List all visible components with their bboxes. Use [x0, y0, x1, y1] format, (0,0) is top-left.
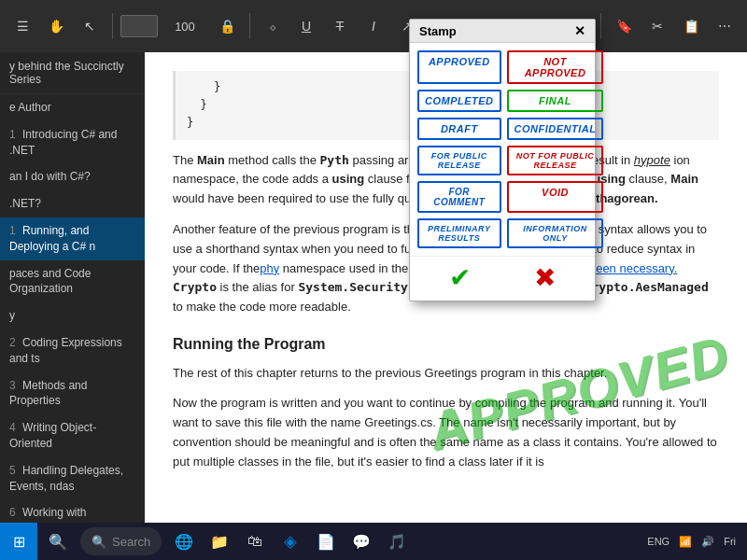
bookmark-icon[interactable]: 🔖	[609, 11, 639, 41]
taskbar-app2-icon[interactable]: 💬	[345, 525, 378, 558]
paragraph-3: The rest of this chapter returns to the …	[173, 364, 719, 384]
divider2	[249, 13, 250, 39]
page-number-input[interactable]: 14	[120, 15, 158, 37]
section-heading: Running the Program	[173, 332, 719, 357]
divider3	[600, 13, 601, 39]
sidebar-item-6[interactable]: y	[0, 302, 145, 329]
sidebar: y behind the Succinctly Series e Author …	[0, 52, 145, 523]
sidebar-intro: y behind the Succinctly Series	[0, 52, 145, 94]
underline-icon[interactable]: U	[291, 11, 321, 41]
stamp-cancel-button[interactable]: ✖	[534, 262, 556, 293]
text-insert-icon[interactable]: I	[359, 11, 388, 41]
stamp-for-comment-button[interactable]: FOR COMMENT	[417, 181, 501, 213]
stamp-final-button[interactable]: FINAL	[507, 90, 604, 112]
sidebar-item-10[interactable]: 5 Handling Delegates, Events, ndas	[0, 457, 145, 500]
stamp-approved-button[interactable]: APPROVED	[417, 50, 501, 84]
hand-tool-icon[interactable]: ✋	[41, 11, 71, 41]
taskbar-edge-icon[interactable]: 🌐	[167, 525, 201, 558]
sidebar-item-author[interactable]: e Author	[0, 94, 145, 121]
taskbar-app3-icon[interactable]: 🎵	[380, 525, 414, 558]
cut-icon[interactable]: ✂	[642, 11, 672, 41]
taskbar-search-bar[interactable]: 🔍 Search	[80, 527, 162, 555]
taskbar-search[interactable]: 🔍	[41, 525, 75, 558]
taskbar-right: ENG 📶 🔊 Fri	[643, 536, 747, 548]
taskbar-store-icon[interactable]: 🛍	[238, 525, 272, 558]
taskbar-lang[interactable]: ENG	[643, 536, 673, 547]
sidebar-item-7[interactable]: 2 Coding Expressions and ts	[0, 329, 145, 372]
sidebar-item-3[interactable]: .NET?	[0, 190, 145, 217]
paste-icon[interactable]: 📋	[676, 11, 706, 41]
stamp-draft-button[interactable]: DRAFT	[417, 118, 501, 140]
close-icon[interactable]: ✕	[574, 23, 585, 38]
start-button[interactable]: ⊞	[0, 523, 37, 560]
toolbar: ☰ ✋ ↖ 14 100 🔒 ⬦ U T I ↗ 🔍 🔍 ↺ ↻ ⚙ 🔖 ✂ 📋…	[0, 0, 747, 52]
sidebar-item-8[interactable]: 3 Methods and Properties	[0, 372, 145, 415]
stamp-confirm-button[interactable]: ✔	[449, 262, 471, 293]
taskbar-explorer-icon[interactable]: 📁	[203, 525, 236, 558]
taskbar: ⊞ 🔍 🔍 Search 🌐 📁 🛍 ◈ 📄 💬 🎵 ENG 📶 🔊 Fri	[0, 523, 747, 560]
stamp-confidential-button[interactable]: CONFIDENTIAL	[507, 118, 604, 140]
more-icon[interactable]: ⋯	[710, 11, 740, 41]
stamp-popup-title: Stamp ✕	[410, 20, 595, 43]
taskbar-pinned-icons: 🔍 🔍 Search 🌐 📁 🛍 ◈ 📄 💬 🎵	[37, 525, 417, 558]
stamp-void-button[interactable]: VOID	[507, 181, 604, 213]
menu-icon[interactable]: ☰	[7, 11, 37, 41]
sidebar-item-5[interactable]: paces and Code Organization	[0, 260, 145, 303]
taskbar-vscode-icon[interactable]: ◈	[274, 525, 307, 558]
strikethrough-icon[interactable]: T	[325, 11, 355, 41]
filter-icon[interactable]: ⬦	[258, 11, 288, 41]
stamp-completed-button[interactable]: COMPLETED	[417, 90, 501, 112]
select-tool-icon[interactable]: ↖	[75, 11, 105, 41]
divider1	[112, 13, 113, 39]
sidebar-item-2[interactable]: an I do with C#?	[0, 163, 145, 190]
taskbar-app1-icon[interactable]: 📄	[309, 525, 343, 558]
stamp-popup: Stamp ✕ APPROVED NOT APPROVED COMPLETED …	[409, 19, 596, 301]
sidebar-item-1[interactable]: 1 Introducing C# and .NET	[0, 121, 145, 164]
search-icon: 🔍	[92, 535, 106, 549]
paragraph-4: Now the program is written and you want …	[173, 394, 719, 471]
stamp-preliminary-button[interactable]: PRELIMINARY RESULTS	[417, 218, 501, 248]
stamp-for-public-button[interactable]: FOR PUBLIC RELEASE	[417, 146, 501, 175]
stamp-not-public-button[interactable]: NOT FOR PUBLIC RELEASE	[507, 146, 604, 175]
stamp-not-approved-button[interactable]: NOT APPROVED	[507, 50, 604, 84]
stamp-grid: APPROVED NOT APPROVED COMPLETED FINAL DR…	[410, 43, 595, 256]
taskbar-network-icon[interactable]: 📶	[675, 536, 696, 548]
sidebar-item-11[interactable]: 6 Working with Collections and	[0, 499, 145, 523]
taskbar-time[interactable]: Fri	[720, 536, 740, 547]
sidebar-item-4[interactable]: 1 Running, and Deploying a C# n	[0, 217, 145, 260]
sidebar-item-9[interactable]: 4 Writing Object-Oriented	[0, 414, 145, 457]
taskbar-volume-icon[interactable]: 🔊	[698, 536, 718, 548]
zoom-label: 100	[162, 11, 208, 41]
lock-icon[interactable]: 🔒	[212, 11, 242, 41]
search-label: Search	[112, 535, 150, 549]
stamp-info-only-button[interactable]: INFORMATION ONLY	[507, 218, 604, 248]
stamp-actions: ✔ ✖	[410, 256, 595, 301]
